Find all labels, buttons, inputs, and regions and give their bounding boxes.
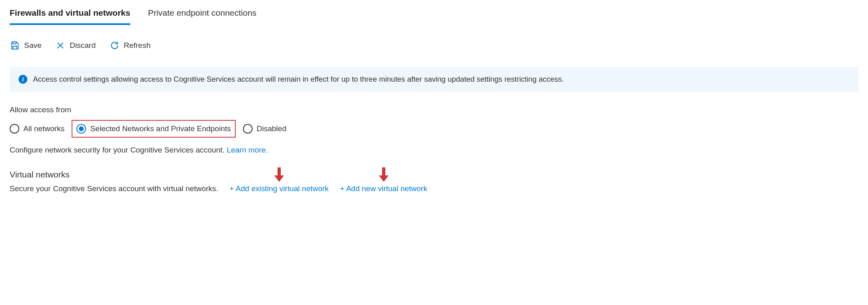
radio-icon bbox=[243, 124, 253, 134]
radio-selected-networks[interactable]: Selected Networks and Private Endpoints bbox=[72, 120, 236, 138]
radio-icon-selected bbox=[76, 124, 86, 134]
radio-label: All networks bbox=[23, 124, 64, 133]
config-text: Configure network security for your Cogn… bbox=[10, 146, 227, 154]
radio-dot-icon bbox=[79, 126, 84, 131]
tab-firewalls[interactable]: Firewalls and virtual networks bbox=[10, 8, 130, 25]
svg-marker-3 bbox=[274, 175, 284, 182]
arrow-down-icon bbox=[378, 167, 389, 185]
virtual-networks-heading: Virtual networks bbox=[10, 170, 858, 179]
tabs-container: Firewalls and virtual networks Private e… bbox=[10, 8, 858, 25]
allow-access-label: Allow access from bbox=[10, 105, 858, 114]
svg-marker-5 bbox=[379, 175, 389, 182]
add-new-vnet-link[interactable]: + Add new virtual network bbox=[340, 184, 427, 193]
config-description: Configure network security for your Cogn… bbox=[10, 146, 858, 155]
info-banner: i Access control settings allowing acces… bbox=[10, 67, 858, 92]
add-existing-vnet-link[interactable]: + Add existing virtual network bbox=[230, 184, 329, 193]
radio-label: Disabled bbox=[257, 124, 286, 133]
refresh-icon bbox=[109, 40, 120, 51]
save-icon bbox=[10, 40, 20, 51]
add-existing-label: + Add existing virtual network bbox=[230, 184, 329, 193]
radio-all-networks[interactable]: All networks bbox=[10, 124, 64, 134]
refresh-button[interactable]: Refresh bbox=[109, 40, 151, 51]
arrow-down-icon bbox=[274, 167, 285, 185]
radio-disabled[interactable]: Disabled bbox=[243, 124, 286, 134]
save-button[interactable]: Save bbox=[10, 40, 41, 51]
close-icon bbox=[55, 40, 66, 51]
allow-access-radio-group: All networks Selected Networks and Priva… bbox=[10, 120, 858, 138]
radio-label: Selected Networks and Private Endpoints bbox=[90, 124, 231, 133]
discard-label: Discard bbox=[70, 41, 95, 50]
refresh-label: Refresh bbox=[124, 41, 151, 50]
svg-rect-4 bbox=[382, 167, 385, 175]
add-new-label: + Add new virtual network bbox=[340, 184, 427, 193]
info-text: Access control settings allowing access … bbox=[33, 75, 564, 84]
discard-button[interactable]: Discard bbox=[55, 40, 95, 51]
learn-more-link[interactable]: Learn more. bbox=[227, 146, 268, 154]
vnet-description: Secure your Cognitive Services account w… bbox=[10, 184, 218, 193]
svg-rect-2 bbox=[278, 167, 281, 175]
info-icon: i bbox=[19, 75, 27, 84]
virtual-networks-row: Secure your Cognitive Services account w… bbox=[10, 184, 858, 193]
tab-private-endpoints[interactable]: Private endpoint connections bbox=[148, 8, 257, 25]
toolbar: Save Discard Refresh bbox=[10, 40, 858, 51]
radio-icon bbox=[10, 124, 19, 134]
save-label: Save bbox=[24, 41, 41, 50]
